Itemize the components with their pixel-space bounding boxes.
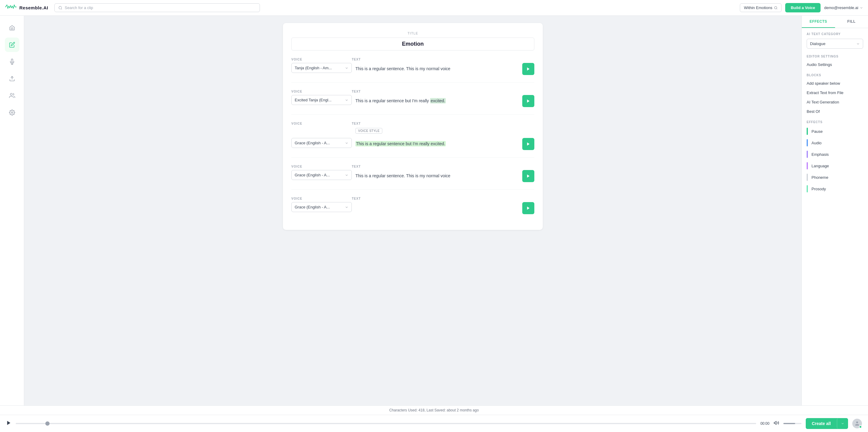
effect-audio[interactable]: Audio	[802, 137, 868, 148]
svg-marker-15	[774, 422, 776, 425]
block-4-labels: VOICE TEXT	[291, 165, 534, 168]
volume-bar[interactable]	[783, 423, 802, 424]
block-5-voice-select[interactable]: Grace (English - A...	[291, 202, 352, 212]
user-email-text: demo@resemble.ai	[824, 5, 858, 10]
block-5-text-label: TEXT	[352, 197, 534, 200]
block-3-text[interactable]: This is a regular sentence but I'm reall…	[355, 138, 519, 150]
main-play-button[interactable]	[6, 420, 11, 427]
svg-marker-9	[527, 67, 529, 71]
block-3-highlight: This is a regular sentence but I'm reall…	[355, 141, 446, 146]
top-navigation: Resemble.AI Within Emotions Build a Voic…	[0, 0, 868, 16]
block-3: VOICE TEXT VOICE STYLE Grace (English - …	[291, 122, 534, 157]
effect-phoneme[interactable]: Phoneme	[802, 172, 868, 183]
sidebar-item-settings[interactable]	[5, 105, 19, 120]
search-input[interactable]	[65, 5, 256, 10]
block-3-voice-select[interactable]: Grace (English - A...	[291, 138, 352, 148]
prosody-label: Prosody	[811, 186, 826, 191]
play-icon	[526, 174, 530, 178]
effect-emphasis[interactable]: Emphasis	[802, 148, 868, 160]
block-4: VOICE TEXT Grace (English - A... This is…	[291, 165, 534, 190]
tab-fill[interactable]: FILL	[835, 16, 868, 28]
block-2-text[interactable]: This is a regular sentence but I'm reall…	[355, 95, 519, 107]
block-2-voice-name: Excited Tanja (Engl...	[295, 98, 332, 102]
nav-right: Within Emotions Build a Voice demo@resem…	[740, 3, 863, 12]
block-4-play-button[interactable]	[522, 170, 534, 182]
emphasis-label: Emphasis	[811, 152, 829, 157]
user-menu[interactable]: demo@resemble.ai	[824, 5, 863, 10]
sidebar	[0, 16, 24, 405]
block-4-voice-label: VOICE	[291, 165, 352, 168]
user-icon	[855, 421, 860, 426]
svg-point-8	[11, 112, 13, 113]
sidebar-item-edit[interactable]	[5, 37, 19, 52]
extract-text-label: Extract Text from File	[807, 90, 843, 95]
block-5-play-button[interactable]	[522, 202, 534, 214]
search-bar[interactable]	[54, 3, 260, 12]
svg-marker-10	[527, 99, 529, 103]
chevron-down-icon	[345, 141, 348, 145]
svg-point-0	[59, 6, 61, 9]
add-speaker-link[interactable]: Add speaker below	[802, 79, 868, 88]
logo-text: Resemble.AI	[19, 5, 49, 10]
search-icon	[58, 6, 63, 10]
logo-wave-icon	[5, 4, 17, 12]
block-4-text[interactable]: This is a regular sentence. This is my n…	[355, 170, 519, 182]
effect-language[interactable]: Language	[802, 160, 868, 172]
create-all-dropdown-button[interactable]	[837, 418, 848, 429]
audio-dot	[807, 139, 808, 146]
volume-icon[interactable]	[774, 420, 779, 427]
progress-knob[interactable]	[45, 422, 50, 426]
svg-line-3	[777, 8, 777, 9]
progress-bar[interactable]	[16, 423, 756, 424]
best-of-link[interactable]: Best Of	[802, 107, 868, 116]
block-2-text-label: TEXT	[352, 90, 534, 93]
play-icon	[526, 99, 530, 103]
ai-text-gen-link[interactable]: AI Text Generation	[802, 97, 868, 107]
block-5-text[interactable]	[355, 202, 519, 214]
block-1-play-button[interactable]	[522, 63, 534, 75]
extract-text-link[interactable]: Extract Text from File	[802, 88, 868, 97]
block-1-voice-label: VOICE	[291, 58, 352, 61]
language-dot	[807, 162, 808, 169]
block-4-voice-name: Grace (English - A...	[295, 173, 330, 177]
block-3-text-label: TEXT	[352, 122, 534, 125]
block-2-play-button[interactable]	[522, 95, 534, 107]
tab-effects[interactable]: EFFECTS	[802, 16, 835, 28]
volume-fill	[783, 423, 795, 424]
sidebar-item-home[interactable]	[5, 21, 19, 35]
block-4-row: Grace (English - A... This is a regular …	[291, 170, 534, 182]
voice-style-wrapper: VOICE STYLE	[355, 128, 534, 136]
build-voice-button[interactable]: Build a Voice	[785, 3, 820, 12]
effect-pause[interactable]: Pause	[802, 125, 868, 137]
block-1-voice-select[interactable]: Tanja (English - Am...	[291, 63, 352, 73]
create-all-button[interactable]: Create all	[806, 418, 837, 429]
project-name: Within Emotions	[744, 5, 772, 10]
pause-label: Pause	[811, 129, 823, 134]
block-5-row: Grace (English - A...	[291, 202, 534, 214]
sidebar-item-record[interactable]	[5, 54, 19, 69]
block-3-voice-label: VOICE	[291, 122, 352, 125]
block-3-play-button[interactable]	[522, 138, 534, 150]
create-all-wrapper: Create all	[806, 418, 848, 429]
ai-text-category-select[interactable]: Dialogue	[807, 39, 863, 49]
project-selector[interactable]: Within Emotions	[740, 3, 781, 12]
block-3-labels: VOICE TEXT	[291, 122, 534, 125]
title-input[interactable]	[291, 37, 534, 51]
prosody-dot	[807, 185, 808, 193]
blocks-title: BLOCKS	[807, 74, 863, 77]
sidebar-item-upload[interactable]	[5, 71, 19, 86]
block-1-text[interactable]: This is a regular sentence. This is my n…	[355, 63, 519, 75]
right-panel: EFFECTS FILL AI TEXT CATEGORY Dialogue E…	[802, 16, 868, 405]
block-4-voice-select[interactable]: Grace (English - A...	[291, 170, 352, 180]
audio-settings-label: Audio Settings	[807, 62, 832, 67]
status-text: Characters Used: 418, Last Saved: about …	[389, 408, 479, 412]
block-2-voice-select[interactable]: Excited Tanja (Engl...	[291, 95, 352, 105]
svg-marker-11	[527, 143, 529, 146]
editor-panel: TITLE VOICE TEXT Tanja (English - Am... …	[283, 23, 543, 230]
sidebar-item-team[interactable]	[5, 88, 19, 103]
avatar-wrapper	[852, 419, 862, 428]
effect-prosody[interactable]: Prosody	[802, 183, 868, 195]
svg-point-7	[10, 93, 12, 95]
block-5-voice-label: VOICE	[291, 197, 352, 200]
audio-settings-link[interactable]: Audio Settings	[802, 60, 868, 69]
